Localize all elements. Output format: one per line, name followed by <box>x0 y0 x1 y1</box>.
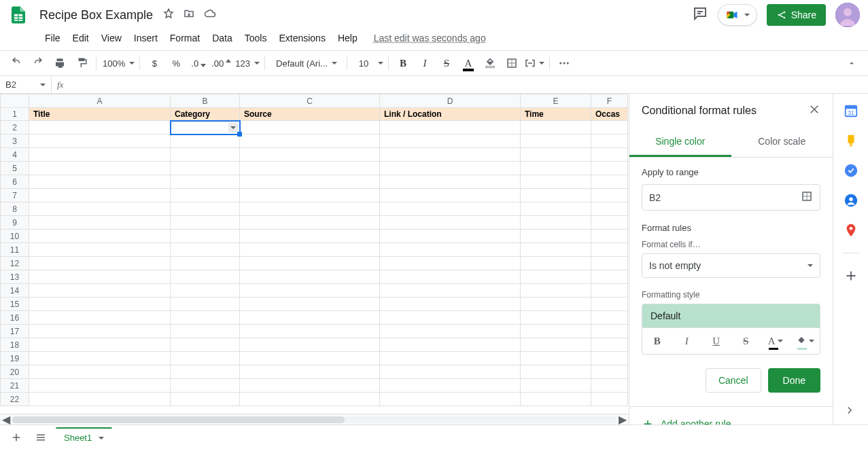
comment-history-icon[interactable] <box>692 5 708 24</box>
menu-insert[interactable]: Insert <box>128 30 163 46</box>
cell[interactable] <box>380 121 521 134</box>
col-header-B[interactable]: B <box>171 94 240 108</box>
undo-button[interactable] <box>7 54 26 73</box>
italic-button[interactable]: I <box>415 54 434 73</box>
cell[interactable] <box>29 338 171 352</box>
cell[interactable] <box>380 162 521 175</box>
cell[interactable] <box>380 379 521 393</box>
cell[interactable] <box>591 284 628 298</box>
select-range-icon[interactable] <box>801 190 813 204</box>
cell[interactable] <box>591 270 628 284</box>
cell[interactable] <box>29 270 171 284</box>
decrease-decimal-button[interactable]: .0 <box>188 54 207 73</box>
row-header[interactable]: 10 <box>1 230 29 243</box>
cell[interactable] <box>240 393 380 406</box>
cell-D1[interactable]: Link / Location <box>380 108 521 121</box>
menu-file[interactable]: File <box>39 30 66 46</box>
zoom-dropdown[interactable]: 100% <box>101 54 135 73</box>
print-button[interactable] <box>50 54 69 73</box>
cell[interactable] <box>171 175 240 189</box>
menu-data[interactable]: Data <box>207 30 238 46</box>
row-header[interactable]: 1 <box>1 108 29 121</box>
cell[interactable] <box>29 148 171 162</box>
cell[interactable] <box>29 189 171 202</box>
cell[interactable] <box>591 134 628 148</box>
cell[interactable] <box>591 148 628 162</box>
format-percent-button[interactable]: % <box>167 54 186 73</box>
cell[interactable] <box>380 257 521 270</box>
cell[interactable] <box>240 352 380 365</box>
cancel-button[interactable]: Cancel <box>706 368 761 393</box>
cell[interactable] <box>240 243 380 257</box>
cell[interactable] <box>591 365 628 379</box>
cell[interactable] <box>240 257 380 270</box>
row-header[interactable]: 7 <box>1 189 29 202</box>
cell[interactable] <box>591 121 628 134</box>
cell[interactable] <box>240 216 380 230</box>
cell[interactable] <box>29 284 171 298</box>
cell-A1[interactable]: Title <box>29 108 171 121</box>
cell[interactable] <box>591 311 628 325</box>
select-all-cell[interactable] <box>1 94 29 108</box>
tasks-addon-icon[interactable] <box>844 163 858 178</box>
keep-addon-icon[interactable] <box>844 133 858 148</box>
borders-button[interactable] <box>502 54 521 73</box>
cell[interactable] <box>521 230 591 243</box>
cell-B1[interactable]: Category <box>171 108 240 121</box>
cloud-status-icon[interactable] <box>203 7 217 22</box>
style-italic-button[interactable]: I <box>672 328 702 354</box>
cell[interactable] <box>240 325 380 338</box>
cell[interactable] <box>171 393 240 406</box>
col-header-E[interactable]: E <box>521 94 591 108</box>
row-header[interactable]: 8 <box>1 202 29 216</box>
scroll-right-button[interactable]: ▶ <box>617 414 629 425</box>
cell[interactable] <box>591 298 628 311</box>
menu-format[interactable]: Format <box>164 30 205 46</box>
hide-sidepanel-button[interactable] <box>844 404 858 419</box>
style-strikethrough-button[interactable]: S <box>731 328 761 354</box>
meet-button[interactable] <box>718 4 757 26</box>
condition-dropdown[interactable]: Is not empty <box>642 253 820 278</box>
cell[interactable] <box>171 257 240 270</box>
format-currency-button[interactable]: $ <box>145 54 164 73</box>
row-header[interactable]: 16 <box>1 311 29 325</box>
cell[interactable] <box>591 162 628 175</box>
move-icon[interactable] <box>183 7 195 22</box>
cell[interactable] <box>171 284 240 298</box>
cell[interactable] <box>521 311 591 325</box>
cell[interactable] <box>171 230 240 243</box>
merge-cells-button[interactable] <box>524 54 544 73</box>
row-header[interactable]: 9 <box>1 216 29 230</box>
cell[interactable] <box>29 257 171 270</box>
cell[interactable] <box>521 393 591 406</box>
more-formats-dropdown[interactable]: 123 <box>234 54 260 73</box>
row-header[interactable]: 18 <box>1 338 29 352</box>
cell[interactable] <box>521 148 591 162</box>
cell[interactable] <box>29 379 171 393</box>
row-header[interactable]: 3 <box>1 134 29 148</box>
cell[interactable] <box>171 379 240 393</box>
col-header-A[interactable]: A <box>29 94 171 108</box>
cell[interactable] <box>591 352 628 365</box>
cell[interactable] <box>240 284 380 298</box>
cell[interactable] <box>240 148 380 162</box>
cell[interactable] <box>240 230 380 243</box>
cell[interactable] <box>240 311 380 325</box>
row-header[interactable]: 19 <box>1 352 29 365</box>
cell[interactable] <box>29 393 171 406</box>
all-sheets-button[interactable] <box>31 428 50 447</box>
cell[interactable] <box>591 379 628 393</box>
row-header[interactable]: 4 <box>1 148 29 162</box>
tab-single-color[interactable]: Single color <box>629 128 731 157</box>
cell[interactable] <box>521 284 591 298</box>
cell[interactable] <box>171 243 240 257</box>
row-header[interactable]: 5 <box>1 162 29 175</box>
cell[interactable] <box>240 338 380 352</box>
cell[interactable] <box>240 175 380 189</box>
cell[interactable] <box>521 134 591 148</box>
cell[interactable] <box>29 298 171 311</box>
cell[interactable] <box>380 230 521 243</box>
cell[interactable] <box>29 202 171 216</box>
calendar-addon-icon[interactable]: 31 <box>844 103 858 118</box>
range-input[interactable]: B2 <box>642 184 820 211</box>
